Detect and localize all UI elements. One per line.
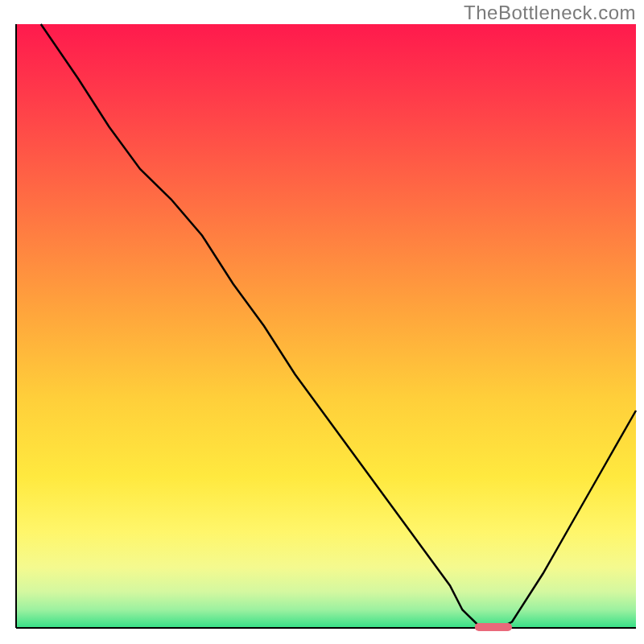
chart-frame: TheBottleneck.com [0,0,644,644]
plot-background [16,24,636,628]
optimal-range-marker [475,623,512,631]
bottleneck-chart [0,0,644,644]
